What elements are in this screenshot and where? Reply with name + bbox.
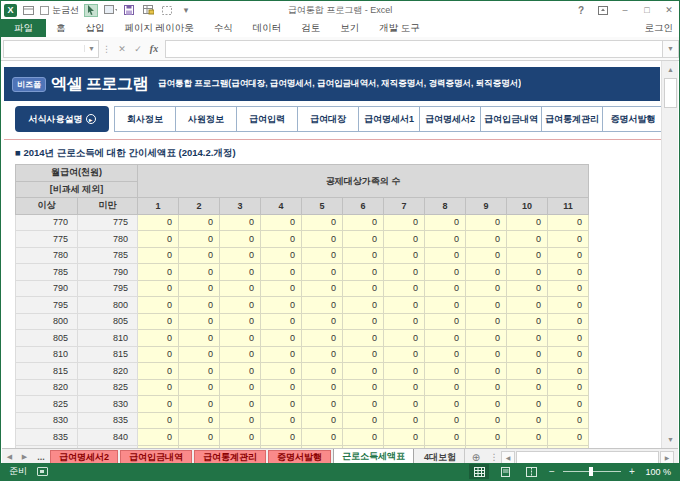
cell-value[interactable]: 0 xyxy=(138,297,179,314)
cell-value[interactable]: 0 xyxy=(220,231,261,248)
cell-value[interactable]: 0 xyxy=(302,313,343,330)
salary-subheader-cell[interactable]: [비과세 제외] xyxy=(16,181,138,198)
zoom-slider[interactable] xyxy=(563,471,621,472)
cell-max[interactable]: 785 xyxy=(78,247,138,264)
cell-max[interactable]: 810 xyxy=(78,330,138,347)
cell-value[interactable]: 0 xyxy=(261,214,302,231)
cell-value[interactable]: 0 xyxy=(302,231,343,248)
family-col-6[interactable]: 6 xyxy=(343,198,384,215)
ribbon-tab-4[interactable]: 페이지 레이아웃 xyxy=(115,19,204,37)
gridline-checkbox[interactable]: 눈금선 xyxy=(40,4,79,17)
cell-max[interactable]: 795 xyxy=(78,280,138,297)
cell-value[interactable]: 0 xyxy=(220,346,261,363)
pointer-icon[interactable] xyxy=(84,4,98,17)
family-col-11[interactable]: 11 xyxy=(548,198,589,215)
cell-value[interactable]: 0 xyxy=(138,379,179,396)
cell-value[interactable]: 0 xyxy=(384,297,425,314)
cell-value[interactable]: 0 xyxy=(548,429,589,446)
cell-value[interactable]: 0 xyxy=(425,264,466,281)
cell-min[interactable]: 805 xyxy=(16,330,78,347)
family-col-7[interactable]: 7 xyxy=(384,198,425,215)
cell-value[interactable]: 0 xyxy=(425,297,466,314)
cell-value[interactable]: 0 xyxy=(466,264,507,281)
cell-value[interactable]: 0 xyxy=(384,379,425,396)
cell-value[interactable]: 0 xyxy=(466,346,507,363)
cell-value[interactable]: 0 xyxy=(302,396,343,413)
cell-value[interactable]: 0 xyxy=(179,330,220,347)
cell-value[interactable]: 0 xyxy=(425,412,466,429)
cell-value[interactable]: 0 xyxy=(179,396,220,413)
cell-value[interactable]: 0 xyxy=(425,247,466,264)
scroll-left-icon[interactable]: ◀ xyxy=(501,451,515,464)
cell-value[interactable]: 0 xyxy=(343,412,384,429)
cell-min[interactable]: 785 xyxy=(16,264,78,281)
cell-value[interactable]: 0 xyxy=(466,313,507,330)
cell-value[interactable]: 0 xyxy=(507,396,548,413)
cell-value[interactable]: 0 xyxy=(384,346,425,363)
cell-value[interactable]: 0 xyxy=(343,297,384,314)
cell-value[interactable]: 0 xyxy=(466,247,507,264)
nav-button-8[interactable]: 급여통계관리 xyxy=(541,106,603,132)
cell-value[interactable]: 0 xyxy=(507,297,548,314)
cell-max[interactable]: 775 xyxy=(78,214,138,231)
cell-min[interactable]: 790 xyxy=(16,280,78,297)
cell-value[interactable]: 0 xyxy=(302,412,343,429)
cell-value[interactable]: 0 xyxy=(548,280,589,297)
cell-value[interactable]: 0 xyxy=(220,412,261,429)
ribbon-tab-5[interactable]: 수식 xyxy=(204,19,243,37)
ribbon-tab-2[interactable]: 홈 xyxy=(46,19,76,37)
cell-value[interactable]: 0 xyxy=(343,264,384,281)
cell-value[interactable]: 0 xyxy=(548,297,589,314)
cell-value[interactable]: 0 xyxy=(343,313,384,330)
nav-button-4[interactable]: 급여대장 xyxy=(297,106,359,132)
cell-value[interactable]: 0 xyxy=(138,396,179,413)
family-col-1[interactable]: 1 xyxy=(138,198,179,215)
minimize-button[interactable]: – xyxy=(615,3,635,17)
cell-value[interactable]: 0 xyxy=(261,280,302,297)
cell-value[interactable]: 0 xyxy=(138,412,179,429)
cell-value[interactable]: 0 xyxy=(384,396,425,413)
cell-value[interactable]: 0 xyxy=(507,231,548,248)
name-box-dropdown-icon[interactable]: ▼ xyxy=(84,45,98,52)
cell-value[interactable]: 0 xyxy=(261,313,302,330)
cell-min[interactable]: 830 xyxy=(16,412,78,429)
cell-value[interactable]: 0 xyxy=(302,330,343,347)
cell-max[interactable]: 830 xyxy=(78,396,138,413)
cell-value[interactable]: 0 xyxy=(507,363,548,380)
cell-value[interactable]: 0 xyxy=(302,264,343,281)
cell-max[interactable]: 815 xyxy=(78,346,138,363)
help-button[interactable]: ? xyxy=(571,3,591,17)
horizontal-scroll-thumb[interactable] xyxy=(516,451,659,464)
cell-value[interactable]: 0 xyxy=(384,214,425,231)
family-header-cell[interactable]: 공제대상가족의 수 xyxy=(138,165,589,198)
zoom-level-label[interactable]: 100 % xyxy=(643,467,671,477)
family-col-4[interactable]: 4 xyxy=(261,198,302,215)
cell-value[interactable]: 0 xyxy=(343,396,384,413)
cell-max[interactable]: 820 xyxy=(78,363,138,380)
cell-value[interactable]: 0 xyxy=(548,214,589,231)
cell-value[interactable]: 0 xyxy=(220,379,261,396)
cell-max[interactable]: 780 xyxy=(78,231,138,248)
cell-value[interactable]: 0 xyxy=(343,280,384,297)
min-header-cell[interactable]: 이상 xyxy=(16,198,78,215)
cell-value[interactable]: 0 xyxy=(138,346,179,363)
cell-value[interactable]: 0 xyxy=(261,412,302,429)
nav-button-7[interactable]: 급여입금내역 xyxy=(480,106,542,132)
cell-value[interactable]: 0 xyxy=(507,264,548,281)
cell-value[interactable]: 0 xyxy=(179,280,220,297)
cell-value[interactable]: 0 xyxy=(466,429,507,446)
cell-value[interactable]: 0 xyxy=(302,429,343,446)
cell-value[interactable]: 0 xyxy=(220,264,261,281)
cell-value[interactable]: 0 xyxy=(507,214,548,231)
cell-max[interactable]: 800 xyxy=(78,297,138,314)
cell-value[interactable]: 0 xyxy=(220,363,261,380)
ribbon-tab-9[interactable]: 개발 도구 xyxy=(369,19,430,37)
cell-value[interactable]: 0 xyxy=(466,330,507,347)
family-col-2[interactable]: 2 xyxy=(179,198,220,215)
cell-value[interactable]: 0 xyxy=(507,247,548,264)
cell-value[interactable]: 0 xyxy=(138,330,179,347)
cell-value[interactable]: 0 xyxy=(302,247,343,264)
cell-value[interactable]: 0 xyxy=(507,280,548,297)
cell-value[interactable]: 0 xyxy=(179,264,220,281)
cell-value[interactable]: 0 xyxy=(548,247,589,264)
